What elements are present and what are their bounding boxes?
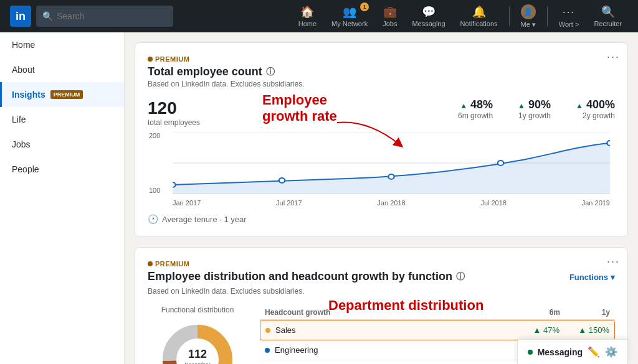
- donut-label: Functional distribution: [161, 306, 234, 314]
- sidebar-about-label: About: [12, 65, 35, 75]
- th-1y: 1y: [560, 308, 610, 317]
- x-label-jul2017: Jul 2017: [276, 199, 302, 207]
- x-label-jan2017: Jan 2017: [173, 199, 201, 207]
- nav-work-label: Wort >: [559, 21, 579, 28]
- premium-badge: PREMIUM: [50, 90, 83, 99]
- svg-point-6: [498, 161, 503, 166]
- linkedin-logo[interactable]: in: [10, 6, 31, 27]
- table-header: Headcount growth 6m 1y: [260, 306, 615, 320]
- nav-recruiter[interactable]: 🔍 Recruiter: [588, 2, 628, 30]
- nav-messaging-label: Messaging: [412, 20, 445, 27]
- nav-recruiter-label: Recruiter: [594, 20, 622, 27]
- card2-menu-button[interactable]: ···: [607, 255, 620, 268]
- dept-header: Employee distribution and headcount grow…: [148, 270, 615, 284]
- sales-1y: ▲ 150%: [559, 325, 609, 335]
- messaging-bar[interactable]: Messaging ✏️ ⚙️: [517, 339, 628, 364]
- table-row-sales: Sales ▲ 47% ▲ 150%: [260, 320, 615, 340]
- premium-text: PREMIUM: [155, 55, 189, 63]
- metric-1y-value: ▲ 90%: [518, 98, 551, 111]
- nav-notifications-label: Notifications: [460, 20, 498, 27]
- premium-tag: PREMIUM: [148, 55, 615, 63]
- card2-subtitle: Based on LinkedIn data. Excludes subsidi…: [148, 287, 615, 296]
- premium-dot: [148, 57, 153, 62]
- content-area: ··· PREMIUM Total employee count ⓘ Based…: [125, 32, 638, 364]
- sidebar-item-people[interactable]: People: [0, 157, 124, 182]
- avatar: 👤: [521, 4, 536, 19]
- row-sales-name: Sales: [265, 325, 510, 335]
- nav-messaging[interactable]: 💬 Messaging: [406, 2, 451, 30]
- sidebar-life-label: Life: [12, 114, 26, 124]
- info-icon[interactable]: ⓘ: [266, 67, 275, 78]
- donut-container: Functional distribution: [148, 306, 247, 364]
- sales-label: Sales: [275, 325, 296, 335]
- svg-point-4: [279, 178, 285, 183]
- messaging-label: Messaging: [538, 347, 583, 357]
- nav-items: 🏠 Home 👥 1 My Network 💼 Jobs 💬 Messaging…: [292, 2, 628, 31]
- notifications-icon: 🔔: [472, 5, 486, 19]
- metric-2y-value: ▲ 400%: [576, 98, 615, 111]
- top-nav: in 🔍 🏠 Home 👥 1 My Network 💼 Jobs 💬 Mess…: [0, 0, 638, 32]
- settings-icon[interactable]: ⚙️: [605, 346, 617, 358]
- card2-info-icon[interactable]: ⓘ: [456, 271, 465, 282]
- card-menu-button[interactable]: ···: [607, 50, 620, 63]
- sidebar-insights-label: Insights: [12, 90, 45, 100]
- recruiter-icon: 🔍: [601, 5, 615, 19]
- home-icon: 🏠: [300, 5, 314, 19]
- grid-icon: ⋯: [562, 4, 576, 19]
- nav-home[interactable]: 🏠 Home: [292, 2, 323, 30]
- nav-network[interactable]: 👥 1 My Network: [325, 2, 374, 30]
- donut-chart: 112 December 2018: [157, 319, 238, 364]
- annotation-employee: Employeegrowth rate: [262, 92, 337, 125]
- chart-x-labels: Jan 2017 Jul 2017 Jan 2018 Jul 2018 Jan …: [173, 199, 610, 207]
- nav-jobs-label: Jobs: [383, 20, 397, 27]
- growth-metrics: ▲ 48% 6m growth ▲ 90% 1y growth ▲ 400% 2…: [458, 98, 615, 120]
- network-icon: 👥: [343, 5, 356, 19]
- metric-6m-value: ▲ 48%: [458, 98, 493, 111]
- nav-work[interactable]: ⋯ Wort >: [553, 2, 586, 30]
- card2-title: Employee distribution and headcount grow…: [148, 270, 465, 283]
- nav-network-label: My Network: [331, 20, 368, 27]
- sales-dot: [265, 328, 270, 333]
- chart-wrapper: 200 100: [173, 132, 610, 207]
- eng-label: Engineering: [275, 345, 318, 355]
- search-icon: 🔍: [42, 11, 53, 21]
- card2-premium-tag: PREMIUM: [148, 260, 615, 268]
- metric-1y-label: 1y growth: [518, 111, 551, 120]
- search-input[interactable]: [57, 11, 167, 21]
- chevron-down-icon: ▾: [611, 273, 615, 282]
- metric-1y: ▲ 90% 1y growth: [518, 98, 551, 120]
- sidebar-item-jobs[interactable]: Jobs: [0, 132, 124, 157]
- svg-point-5: [388, 174, 394, 179]
- compose-icon[interactable]: ✏️: [588, 346, 600, 358]
- search-bar[interactable]: 🔍: [36, 6, 173, 27]
- y-label-100: 100: [149, 187, 160, 194]
- jobs-icon: 💼: [383, 5, 397, 19]
- functions-label: Functions: [569, 273, 608, 282]
- y-label-200: 200: [149, 132, 160, 139]
- metric-2y-label: 2y growth: [576, 111, 615, 120]
- main-container: Home About Insights PREMIUM Life Jobs Pe…: [0, 32, 638, 364]
- eng-dot: [265, 348, 270, 353]
- th-6m: 6m: [510, 308, 560, 317]
- nav-notifications[interactable]: 🔔 Notifications: [454, 2, 504, 30]
- row-eng-name: Engineering: [265, 345, 510, 355]
- card2-title-text: Employee distribution and headcount grow…: [148, 270, 452, 283]
- sales-6m: ▲ 47%: [510, 325, 559, 335]
- sidebar-jobs-label: Jobs: [12, 139, 31, 149]
- network-badge: 1: [360, 2, 369, 11]
- nav-jobs[interactable]: 💼 Jobs: [376, 2, 403, 30]
- employee-count-card: ··· PREMIUM Total employee count ⓘ Based…: [135, 42, 628, 237]
- card2-premium-text: PREMIUM: [155, 260, 189, 268]
- sidebar-item-life[interactable]: Life: [0, 107, 124, 132]
- card2-premium-dot: [148, 261, 153, 266]
- messaging-status-dot: [528, 350, 533, 355]
- sidebar-insights-inner: Insights PREMIUM: [12, 90, 114, 100]
- functions-button[interactable]: Functions ▾: [569, 273, 615, 282]
- average-tenure: 🕐 Average tenure · 1 year: [148, 214, 615, 224]
- tenure-text: Average tenure · 1 year: [162, 215, 247, 224]
- sidebar-item-home[interactable]: Home: [0, 32, 124, 57]
- sidebar-item-about[interactable]: About: [0, 57, 124, 82]
- sidebar-item-insights[interactable]: Insights PREMIUM: [0, 82, 124, 107]
- nav-me[interactable]: 👤 Me ▾: [515, 2, 542, 31]
- employee-chart: [173, 132, 610, 194]
